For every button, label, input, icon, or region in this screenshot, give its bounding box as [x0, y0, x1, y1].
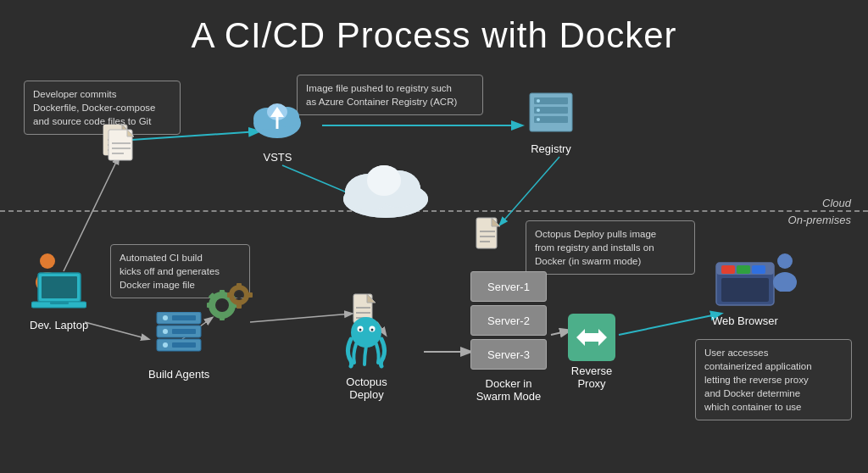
- dev-laptop-label: Dev. Laptop: [30, 319, 88, 331]
- svg-point-43: [367, 165, 401, 196]
- svg-rect-79: [236, 283, 242, 288]
- svg-point-96: [773, 272, 797, 292]
- svg-line-5: [85, 322, 148, 339]
- svg-rect-82: [248, 292, 253, 298]
- svg-rect-72: [220, 314, 225, 320]
- svg-point-95: [777, 253, 793, 269]
- build-agents-label: Build Agents: [148, 368, 209, 381]
- document-icon-git: [102, 123, 134, 167]
- reverse-proxy-label: Reverse Proxy: [568, 364, 615, 390]
- svg-rect-66: [172, 315, 196, 320]
- svg-rect-73: [207, 303, 214, 308]
- page-title: A CI/CD Process with Docker: [0, 0, 868, 56]
- svg-line-7: [250, 314, 352, 322]
- svg-marker-88: [576, 329, 607, 346]
- svg-line-11: [619, 314, 721, 335]
- callout-image-push: Image file pushed to registry such as Az…: [297, 75, 483, 115]
- svg-rect-68: [172, 342, 196, 348]
- callout-user-access: User accesses containerized application …: [695, 339, 852, 420]
- svg-rect-93: [752, 265, 765, 274]
- gears-icon: [203, 280, 254, 330]
- svg-point-78: [236, 292, 242, 298]
- svg-rect-80: [236, 303, 242, 309]
- registry-icon: Registry: [526, 85, 576, 155]
- person-user-icon: [770, 253, 800, 295]
- reverse-proxy-box: [568, 314, 615, 361]
- svg-point-87: [371, 329, 374, 331]
- svg-point-54: [40, 253, 55, 269]
- svg-point-86: [359, 329, 362, 331]
- callout-octopus-pull: Octopus Deploy pulls image from registry…: [526, 220, 695, 275]
- svg-point-34: [537, 109, 540, 112]
- server2-box: Server-2: [470, 305, 547, 336]
- server3-box: Server-3: [470, 339, 547, 370]
- svg-point-35: [537, 118, 540, 121]
- svg-point-33: [537, 99, 540, 103]
- svg-rect-81: [227, 292, 232, 298]
- cloud-label: Cloud: [822, 197, 851, 209]
- svg-rect-67: [172, 329, 196, 334]
- build-agents-icon: Build Agents: [148, 312, 209, 381]
- svg-point-65: [163, 342, 168, 348]
- svg-point-64: [163, 329, 168, 334]
- document-icon-mid: [475, 216, 502, 255]
- svg-rect-94: [721, 278, 769, 302]
- reverse-proxy-icon: Reverse Proxy: [568, 314, 615, 390]
- svg-point-63: [163, 315, 168, 320]
- web-browser-label: Web Browser: [712, 314, 778, 327]
- registry-label: Registry: [526, 142, 576, 155]
- svg-line-10: [551, 331, 570, 335]
- svg-rect-71: [220, 290, 225, 297]
- svg-rect-57: [42, 276, 77, 298]
- octopus-deploy-icon: Octopus Deploy: [339, 314, 394, 401]
- dev-laptop-icon: Dev. Laptop: [30, 270, 88, 331]
- svg-rect-59: [50, 302, 69, 304]
- svg-point-70: [218, 301, 226, 309]
- docker-swarm-servers: Server-1 Server-2 Server-3 Docker in Swa…: [470, 271, 547, 403]
- web-browser-icon: Web Browser: [712, 261, 778, 327]
- vsts-label: VSTS: [250, 151, 305, 164]
- svg-rect-91: [721, 265, 735, 274]
- octopus-deploy-label: Octopus Deploy: [339, 376, 394, 401]
- vsts-icon: VSTS: [250, 93, 305, 164]
- cloud-icon: [335, 157, 437, 224]
- docker-swarm-label: Docker in Swarm Mode: [470, 377, 547, 403]
- svg-line-4: [500, 157, 559, 225]
- svg-rect-92: [737, 265, 750, 274]
- server1-box: Server-1: [470, 271, 547, 302]
- onpremises-label: On-premises: [788, 214, 851, 226]
